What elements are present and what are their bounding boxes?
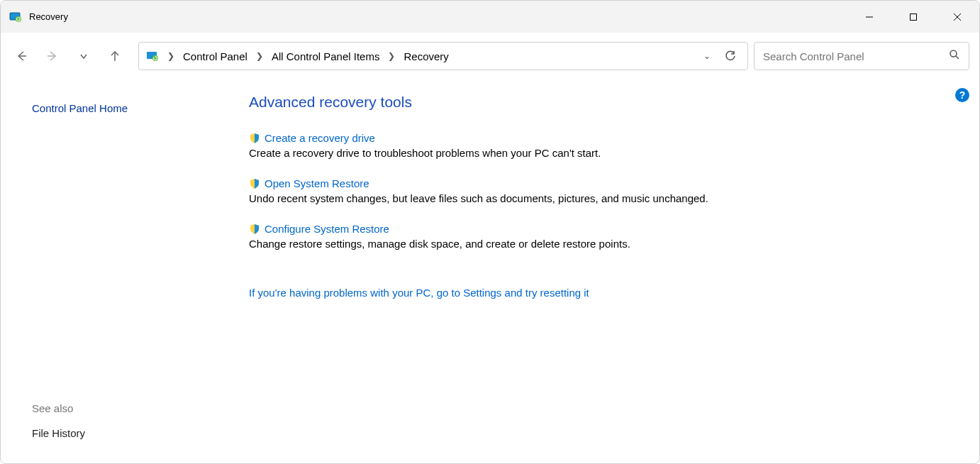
body: ? Control Panel Home See also File Histo… bbox=[11, 79, 969, 453]
file-history-link[interactable]: File History bbox=[32, 427, 206, 439]
svg-rect-4 bbox=[911, 13, 917, 20]
nav-row: ❯ Control Panel ❯ All Control Panel Item… bbox=[1, 33, 979, 79]
settings-reset-link[interactable]: If you're having problems with your PC, … bbox=[249, 287, 589, 299]
chevron-right-icon[interactable]: ❯ bbox=[385, 51, 398, 61]
recent-dropdown[interactable] bbox=[72, 44, 96, 68]
maximize-button[interactable] bbox=[891, 1, 935, 33]
page-heading: Advanced recovery tools bbox=[249, 94, 948, 111]
tool-open-system-restore: Open System Restore Undo recent system c… bbox=[249, 177, 948, 204]
tool-description: Create a recovery drive to troubleshoot … bbox=[249, 147, 948, 159]
shield-icon bbox=[249, 178, 260, 189]
address-bar[interactable]: ❯ Control Panel ❯ All Control Panel Item… bbox=[138, 42, 748, 70]
see-also-label: See also bbox=[32, 402, 206, 414]
window-frame: Recovery ❯ Control Panel ❯ All Control P… bbox=[0, 0, 980, 464]
chevron-down-icon[interactable]: ⌄ bbox=[699, 51, 715, 61]
search-input[interactable] bbox=[763, 50, 949, 62]
control-panel-home-link[interactable]: Control Panel Home bbox=[32, 102, 206, 114]
chevron-right-icon[interactable]: ❯ bbox=[165, 51, 177, 61]
sidebar: Control Panel Home See also File History bbox=[11, 79, 221, 453]
recovery-icon bbox=[9, 11, 22, 23]
tool-create-recovery-drive: Create a recovery drive Create a recover… bbox=[249, 132, 948, 159]
breadcrumb-all-items[interactable]: All Control Panel Items bbox=[269, 49, 383, 64]
svg-point-12 bbox=[950, 50, 957, 57]
breadcrumbs: ❯ Control Panel ❯ All Control Panel Item… bbox=[165, 49, 452, 64]
shield-icon bbox=[249, 133, 260, 144]
back-button[interactable] bbox=[9, 44, 33, 68]
close-button[interactable] bbox=[935, 1, 979, 33]
search-icon[interactable] bbox=[949, 49, 960, 63]
tool-description: Undo recent system changes, but leave fi… bbox=[249, 192, 948, 204]
tool-description: Change restore settings, manage disk spa… bbox=[249, 238, 948, 250]
refresh-button[interactable] bbox=[720, 46, 740, 66]
main-content: Advanced recovery tools Create a recover… bbox=[221, 79, 969, 453]
titlebar: Recovery bbox=[1, 1, 979, 33]
forward-button[interactable] bbox=[40, 44, 65, 68]
minimize-button[interactable] bbox=[847, 1, 891, 33]
up-button[interactable] bbox=[103, 44, 127, 68]
chevron-right-icon[interactable]: ❯ bbox=[253, 51, 266, 61]
search-box[interactable] bbox=[754, 42, 969, 70]
svg-line-13 bbox=[956, 56, 959, 59]
shield-icon bbox=[249, 223, 260, 235]
window-title: Recovery bbox=[29, 11, 68, 22]
breadcrumb-control-panel[interactable]: Control Panel bbox=[180, 49, 250, 64]
nav-buttons bbox=[9, 44, 127, 68]
breadcrumb-recovery[interactable]: Recovery bbox=[401, 49, 451, 64]
configure-system-restore-link[interactable]: Configure System Restore bbox=[265, 223, 389, 235]
tool-configure-system-restore: Configure System Restore Change restore … bbox=[249, 223, 948, 250]
create-recovery-drive-link[interactable]: Create a recovery drive bbox=[265, 132, 375, 144]
recovery-icon bbox=[146, 50, 159, 62]
open-system-restore-link[interactable]: Open System Restore bbox=[265, 177, 369, 189]
